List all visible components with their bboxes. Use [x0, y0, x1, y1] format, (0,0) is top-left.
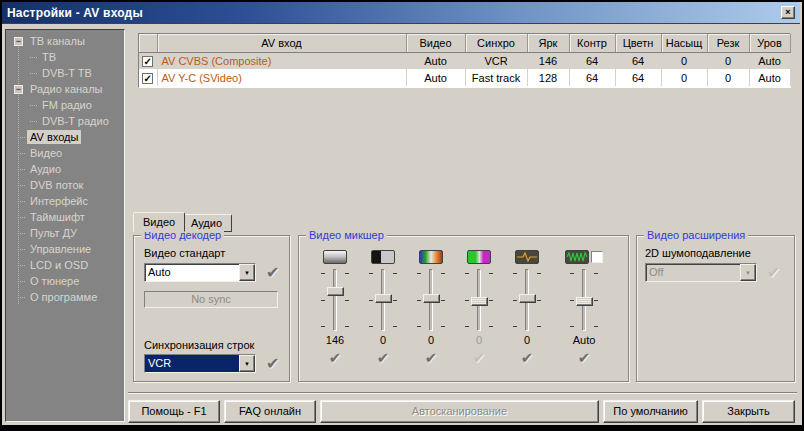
sidebar-item-audio[interactable]: Аудио	[6, 161, 124, 177]
sidebar-item-tv-channels[interactable]: − ТВ каналы	[6, 33, 124, 49]
sidebar-item-lcd-osd[interactable]: LCD и OSD	[6, 257, 124, 273]
sidebar-item-radio-channels[interactable]: − Радио каналы	[6, 81, 124, 97]
apply-check-icon: ✔	[455, 349, 503, 365]
row-checkbox[interactable]: ✓	[142, 73, 153, 84]
av-input-name: AV CVBS (Composite)	[157, 52, 406, 69]
sidebar-item-fm-radio[interactable]: FM радио	[6, 97, 124, 113]
level-auto-checkbox[interactable]	[591, 251, 603, 263]
table-row[interactable]: ✓ AV Y-C (SVideo) Auto Fast track 128 64…	[139, 69, 790, 86]
video-extensions-group: Видео расширения 2D шумоподавление Off ▼…	[636, 235, 795, 382]
contrast-slider[interactable]	[363, 267, 403, 333]
sidebar-item-dvbt-tv[interactable]: DVB-T ТВ	[6, 65, 124, 81]
mixer-channel-sharpness: 0 ✔	[503, 248, 551, 365]
brightness-slider[interactable]	[315, 267, 355, 333]
slider-thumb	[576, 297, 593, 306]
mixer-channel-contrast: 0 ✔	[359, 248, 407, 365]
slider-value: 146	[311, 334, 359, 347]
noise-reduction-label: 2D шумоподавление	[645, 247, 751, 259]
table-header-row: AV вход Видео Синхро Ярк Контр Цветн Нас…	[139, 34, 790, 52]
chevron-down-icon[interactable]: ▼	[239, 264, 255, 281]
sidebar-item-remote[interactable]: Пульт ДУ	[6, 225, 124, 241]
close-button[interactable]: Закрыть	[702, 400, 795, 423]
close-icon[interactable]: ×	[781, 6, 795, 19]
slider-thumb[interactable]	[423, 294, 440, 303]
tab-video[interactable]: Видео	[133, 212, 185, 232]
faq-online-button[interactable]: FAQ онлайн	[224, 400, 316, 423]
saturation-icon	[467, 250, 491, 264]
sidebar-item-interface[interactable]: Интерфейс	[6, 193, 124, 209]
av-inputs-table: AV вход Видео Синхро Ярк Контр Цветн Нас…	[138, 33, 791, 88]
video-standard-select[interactable]: Auto ▼	[144, 263, 256, 282]
slider-thumb	[471, 297, 488, 306]
video-decoder-group: Видео декодер Видео стандарт Auto ▼ ✔ No…	[133, 235, 290, 382]
header-sync: Синхро	[465, 34, 527, 52]
sidebar-item-timeshift[interactable]: Таймшифт	[6, 209, 124, 225]
table-row[interactable]: ✓ AV CVBS (Composite) Auto VCR 146 64 64…	[139, 52, 790, 69]
slider-thumb[interactable]	[519, 294, 536, 303]
video-standard-label: Видео стандарт	[144, 247, 225, 259]
hue-slider[interactable]	[411, 267, 451, 333]
window-title: Настройки - AV входы	[2, 6, 143, 20]
video-mixer-group: Видео микшер 146 ✔ 0 ✔	[298, 235, 629, 382]
contrast-icon	[371, 250, 395, 264]
sharpness-icon	[515, 250, 539, 264]
saturation-slider	[459, 267, 499, 333]
noise-reduction-select: Off ▼	[645, 263, 757, 282]
settings-tree: − ТВ каналы ТВ DVB-T ТВ − Радио каналы F…	[5, 29, 125, 422]
hue-icon	[419, 250, 443, 264]
apply-check-icon[interactable]: ✔	[266, 354, 279, 373]
header-checkbox-col	[139, 34, 157, 52]
header-brightness: Ярк	[527, 34, 569, 52]
level-icon	[565, 250, 589, 264]
mixer-channel-saturation: 0 ✔	[455, 248, 503, 365]
sidebar-item-dvbt-radio[interactable]: DVB-T радио	[6, 113, 124, 129]
sidebar-item-about-tuner[interactable]: О тюнере	[6, 273, 124, 289]
apply-check-icon[interactable]: ✔	[503, 349, 551, 365]
apply-check-icon[interactable]: ✔	[311, 349, 359, 365]
mixer-channel-hue: 0 ✔	[407, 248, 455, 365]
brightness-icon	[323, 250, 347, 264]
help-button[interactable]: Помощь - F1	[128, 400, 220, 423]
sidebar-item-av-inputs[interactable]: AV входы	[6, 129, 124, 145]
sidebar-item-control[interactable]: Управление	[6, 241, 124, 257]
header-saturation: Насыщ	[661, 34, 707, 52]
slider-thumb[interactable]	[375, 294, 392, 303]
apply-check-icon[interactable]: ✔	[407, 349, 455, 365]
chevron-down-icon: ▼	[740, 264, 756, 281]
slider-value: 0	[503, 334, 551, 347]
header-av-input: AV вход	[157, 34, 406, 52]
apply-check-icon[interactable]: ✔	[551, 349, 617, 365]
sidebar-item-tv[interactable]: ТВ	[6, 49, 124, 65]
sidebar-item-about-program[interactable]: О программе	[6, 289, 124, 305]
sidebar-item-dvb-stream[interactable]: DVB поток	[6, 177, 124, 193]
group-title: Видео микшер	[306, 229, 387, 242]
header-sharpness: Резк	[707, 34, 749, 52]
slider-value: 0	[407, 334, 455, 347]
chevron-down-icon[interactable]: ▼	[239, 355, 255, 372]
slider-value: 0	[455, 334, 503, 347]
sidebar-item-video[interactable]: Видео	[6, 145, 124, 161]
autoscan-button: Автосканирование	[320, 400, 599, 423]
slider-value: Auto	[551, 334, 617, 347]
group-title: Видео расширения	[644, 229, 748, 242]
sync-status-field: No sync	[144, 291, 278, 308]
apply-check-icon: ✔	[767, 263, 780, 282]
line-sync-label: Синхронизация строк	[144, 339, 254, 351]
apply-check-icon[interactable]: ✔	[266, 263, 279, 282]
apply-check-icon[interactable]: ✔	[359, 349, 407, 365]
header-video: Видео	[406, 34, 465, 52]
sharpness-slider[interactable]	[507, 267, 547, 333]
row-checkbox[interactable]: ✓	[142, 56, 153, 67]
defaults-button[interactable]: По умолчанию	[603, 400, 698, 423]
slider-value: 0	[359, 334, 407, 347]
mixer-channel-level: Auto ✔	[551, 248, 617, 365]
header-contrast: Контр	[569, 34, 615, 52]
title-bar[interactable]: Настройки - AV входы ×	[2, 2, 800, 24]
line-sync-select[interactable]: VCR ▼	[144, 354, 256, 373]
collapse-icon[interactable]: −	[14, 37, 23, 46]
av-input-name: AV Y-C (SVideo)	[157, 69, 406, 86]
collapse-icon[interactable]: −	[14, 85, 23, 94]
header-level: Уров	[749, 34, 790, 52]
slider-thumb[interactable]	[327, 287, 344, 296]
level-slider	[564, 267, 604, 333]
